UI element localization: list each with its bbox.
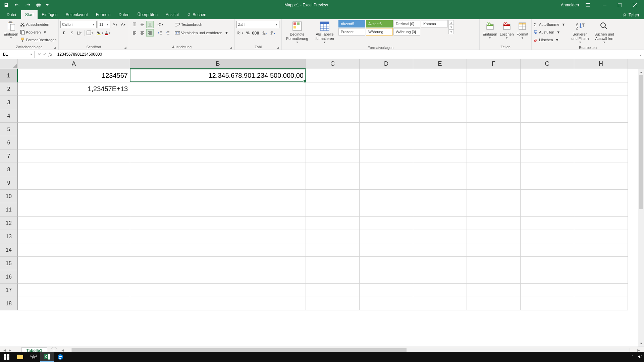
cell[interactable] <box>521 297 574 310</box>
row-header[interactable]: 2 <box>0 82 18 96</box>
row-header[interactable]: 8 <box>0 163 18 176</box>
cell[interactable] <box>360 203 413 217</box>
cell[interactable] <box>413 270 467 284</box>
cell[interactable] <box>467 270 521 284</box>
row-header[interactable]: 12 <box>0 217 18 230</box>
accounting-format-icon[interactable]: ₪▼ <box>236 29 244 37</box>
cell[interactable] <box>521 109 574 123</box>
font-color-button[interactable]: A▼ <box>104 29 112 37</box>
cell[interactable] <box>574 203 628 217</box>
align-left-icon[interactable] <box>131 29 138 37</box>
cell[interactable]: 12.345.678.901.234.500.000,00 <box>130 69 306 82</box>
fill-color-button[interactable]: ▼ <box>97 29 104 37</box>
cell[interactable] <box>130 203 306 217</box>
cell[interactable] <box>521 123 574 136</box>
row-header[interactable]: 6 <box>0 136 18 149</box>
cell[interactable] <box>521 257 574 270</box>
close-button[interactable] <box>627 0 642 10</box>
cell[interactable] <box>18 284 130 297</box>
cell[interactable] <box>130 257 306 270</box>
scroll-up-icon[interactable]: ▲ <box>638 69 644 75</box>
cell[interactable] <box>574 136 628 149</box>
underline-button[interactable]: U▼ <box>76 29 83 37</box>
cell[interactable] <box>413 149 467 163</box>
cell[interactable] <box>18 243 130 257</box>
cell[interactable] <box>467 136 521 149</box>
cell[interactable] <box>306 217 360 230</box>
wrap-text-button[interactable]: Textumbruch <box>175 21 228 28</box>
cell[interactable] <box>306 297 360 310</box>
merge-center-button[interactable]: Verbinden und zentrieren▼ <box>175 29 228 37</box>
cell[interactable] <box>413 257 467 270</box>
cell[interactable] <box>306 190 360 203</box>
row-header[interactable]: 3 <box>0 96 18 109</box>
cell[interactable] <box>413 82 467 96</box>
cell[interactable] <box>521 284 574 297</box>
cell[interactable] <box>413 123 467 136</box>
taskbar-excel-icon[interactable]: X <box>40 352 54 362</box>
cell[interactable] <box>413 284 467 297</box>
cell[interactable] <box>360 123 413 136</box>
comma-format-icon[interactable]: 000 <box>252 29 259 37</box>
cell[interactable] <box>306 257 360 270</box>
cut-button[interactable]: Ausschneiden <box>20 21 56 28</box>
save-icon[interactable] <box>3 1 10 9</box>
align-bottom-icon[interactable] <box>146 21 154 28</box>
row-header[interactable]: 5 <box>0 123 18 136</box>
ribbon-display-options-icon[interactable] <box>586 3 590 8</box>
cell[interactable] <box>574 257 628 270</box>
cell[interactable] <box>18 270 130 284</box>
style-prozent[interactable]: Prozent <box>338 28 365 36</box>
cell[interactable] <box>521 243 574 257</box>
cell[interactable] <box>467 163 521 176</box>
taskbar-edge-icon[interactable] <box>54 352 67 362</box>
decrease-font-icon[interactable]: A▼ <box>120 21 127 28</box>
cell[interactable] <box>574 190 628 203</box>
find-select-button[interactable]: Suchen und Auswählen▼ <box>592 20 616 45</box>
autosum-button[interactable]: ΣAutoSumme▼ <box>533 21 565 28</box>
expand-formula-bar-icon[interactable]: ⌄ <box>637 52 644 57</box>
percent-format-icon[interactable]: % <box>244 29 252 37</box>
cell[interactable] <box>360 270 413 284</box>
start-button[interactable] <box>0 352 13 362</box>
row-header[interactable]: 1 <box>0 69 18 82</box>
row-header[interactable]: 10 <box>0 190 18 203</box>
cell[interactable] <box>130 136 306 149</box>
align-middle-icon[interactable] <box>139 21 146 28</box>
cell[interactable] <box>18 149 130 163</box>
select-all-corner[interactable] <box>0 59 18 69</box>
cell[interactable] <box>306 123 360 136</box>
cell[interactable] <box>18 190 130 203</box>
cell[interactable] <box>360 217 413 230</box>
increase-font-icon[interactable]: A▲ <box>111 21 119 28</box>
column-header[interactable]: H <box>574 59 628 69</box>
cell[interactable] <box>18 96 130 109</box>
font-size-select[interactable]: 11▼ <box>98 21 110 28</box>
cell[interactable] <box>130 270 306 284</box>
redo-icon[interactable] <box>24 1 32 9</box>
cell[interactable] <box>413 69 467 82</box>
cell[interactable] <box>521 230 574 243</box>
cell[interactable] <box>467 230 521 243</box>
cell[interactable] <box>306 230 360 243</box>
cell[interactable] <box>130 190 306 203</box>
tray-up-icon[interactable]: ˄ <box>631 355 633 359</box>
cell[interactable] <box>574 123 628 136</box>
cell[interactable] <box>413 163 467 176</box>
cells-delete-button[interactable]: Löschen▼ <box>498 20 515 41</box>
clear-button[interactable]: Löschen▼ <box>533 36 565 44</box>
align-top-icon[interactable] <box>131 21 138 28</box>
undo-icon[interactable] <box>13 1 21 9</box>
style-waehrung[interactable]: Währung <box>366 28 393 36</box>
cell[interactable] <box>521 69 574 82</box>
cell[interactable] <box>413 230 467 243</box>
share-button[interactable]: Teilen <box>617 11 644 19</box>
taskbar-file-explorer-icon[interactable] <box>13 352 27 362</box>
cell[interactable] <box>467 69 521 82</box>
tab-insert[interactable]: Einfügen <box>38 10 61 19</box>
cell[interactable] <box>360 243 413 257</box>
clipboard-launcher[interactable]: ◢ <box>54 46 56 49</box>
cell[interactable] <box>130 163 306 176</box>
cell[interactable] <box>306 69 360 82</box>
gallery-up-icon[interactable]: ▲ <box>448 20 454 25</box>
